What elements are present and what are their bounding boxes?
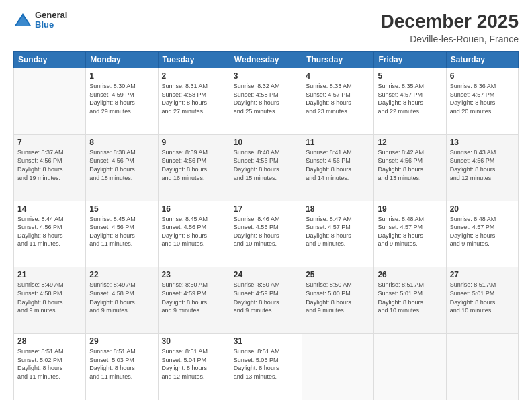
calendar-cell <box>302 334 374 400</box>
day-info: Sunrise: 8:50 AM Sunset: 5:00 PM Dayligh… <box>306 281 370 314</box>
calendar-header-friday: Friday <box>374 52 446 68</box>
day-number: 11 <box>306 138 370 147</box>
day-info: Sunrise: 8:30 AM Sunset: 4:59 PM Dayligh… <box>89 82 154 116</box>
day-info: Sunrise: 8:42 AM Sunset: 4:56 PM Dayligh… <box>378 148 442 182</box>
calendar-cell: 13Sunrise: 8:43 AM Sunset: 4:56 PM Dayli… <box>446 134 518 201</box>
calendar-cell <box>374 334 446 400</box>
calendar-cell: 28Sunrise: 8:51 AM Sunset: 5:02 PM Dayli… <box>14 334 86 400</box>
day-info: Sunrise: 8:44 AM Sunset: 4:56 PM Dayligh… <box>17 215 82 248</box>
calendar-cell: 30Sunrise: 8:51 AM Sunset: 5:04 PM Dayli… <box>158 334 230 400</box>
day-info: Sunrise: 8:36 AM Sunset: 4:57 PM Dayligh… <box>450 82 515 116</box>
day-number: 16 <box>162 204 226 214</box>
calendar-cell: 2Sunrise: 8:31 AM Sunset: 4:58 PM Daylig… <box>158 68 230 135</box>
day-info: Sunrise: 8:45 AM Sunset: 4:56 PM Dayligh… <box>89 215 154 248</box>
calendar-week-row: 21Sunrise: 8:49 AM Sunset: 4:58 PM Dayli… <box>14 267 519 334</box>
day-info: Sunrise: 8:45 AM Sunset: 4:56 PM Dayligh… <box>162 215 226 248</box>
calendar-cell: 7Sunrise: 8:37 AM Sunset: 4:56 PM Daylig… <box>14 134 86 201</box>
day-info: Sunrise: 8:51 AM Sunset: 5:03 PM Dayligh… <box>89 347 154 381</box>
day-info: Sunrise: 8:31 AM Sunset: 4:58 PM Dayligh… <box>162 82 226 116</box>
day-number: 21 <box>17 270 82 279</box>
day-info: Sunrise: 8:39 AM Sunset: 4:56 PM Dayligh… <box>162 148 226 182</box>
calendar-cell: 15Sunrise: 8:45 AM Sunset: 4:56 PM Dayli… <box>86 201 158 267</box>
day-info: Sunrise: 8:48 AM Sunset: 4:57 PM Dayligh… <box>450 215 515 248</box>
day-info: Sunrise: 8:49 AM Sunset: 4:58 PM Dayligh… <box>17 281 82 314</box>
calendar-cell: 14Sunrise: 8:44 AM Sunset: 4:56 PM Dayli… <box>14 201 86 267</box>
day-number: 4 <box>306 71 370 81</box>
calendar-header-thursday: Thursday <box>302 52 374 68</box>
day-number: 8 <box>89 138 154 147</box>
day-info: Sunrise: 8:33 AM Sunset: 4:57 PM Dayligh… <box>306 82 370 116</box>
day-info: Sunrise: 8:35 AM Sunset: 4:57 PM Dayligh… <box>378 82 442 116</box>
day-number: 17 <box>234 204 298 214</box>
calendar-cell: 1Sunrise: 8:30 AM Sunset: 4:59 PM Daylig… <box>86 68 158 135</box>
day-number: 6 <box>450 71 515 81</box>
day-info: Sunrise: 8:41 AM Sunset: 4:56 PM Dayligh… <box>306 148 370 182</box>
calendar-header-wednesday: Wednesday <box>230 52 302 68</box>
calendar-cell: 23Sunrise: 8:50 AM Sunset: 4:59 PM Dayli… <box>158 267 230 334</box>
calendar-cell: 21Sunrise: 8:49 AM Sunset: 4:58 PM Dayli… <box>14 267 86 334</box>
logo-general-text: General <box>35 11 67 20</box>
calendar-cell: 17Sunrise: 8:46 AM Sunset: 4:56 PM Dayli… <box>230 201 302 267</box>
day-info: Sunrise: 8:38 AM Sunset: 4:56 PM Dayligh… <box>89 148 154 182</box>
day-info: Sunrise: 8:51 AM Sunset: 5:05 PM Dayligh… <box>234 347 298 381</box>
day-number: 1 <box>89 71 154 81</box>
calendar-cell: 10Sunrise: 8:40 AM Sunset: 4:56 PM Dayli… <box>230 134 302 201</box>
day-info: Sunrise: 8:50 AM Sunset: 4:59 PM Dayligh… <box>162 281 226 314</box>
calendar-cell: 20Sunrise: 8:48 AM Sunset: 4:57 PM Dayli… <box>446 201 518 267</box>
day-number: 28 <box>17 336 82 346</box>
day-info: Sunrise: 8:32 AM Sunset: 4:58 PM Dayligh… <box>234 82 298 116</box>
logo: General Blue <box>13 11 67 30</box>
day-info: Sunrise: 8:51 AM Sunset: 5:04 PM Dayligh… <box>162 347 226 381</box>
calendar-week-row: 14Sunrise: 8:44 AM Sunset: 4:56 PM Dayli… <box>14 201 519 267</box>
day-number: 22 <box>89 270 154 279</box>
day-info: Sunrise: 8:51 AM Sunset: 5:02 PM Dayligh… <box>17 347 82 381</box>
header: General Blue December 2025 Deville-les-R… <box>13 11 519 44</box>
day-number: 23 <box>162 270 226 279</box>
calendar-cell: 22Sunrise: 8:49 AM Sunset: 4:58 PM Dayli… <box>86 267 158 334</box>
day-info: Sunrise: 8:50 AM Sunset: 4:59 PM Dayligh… <box>234 281 298 314</box>
day-number: 13 <box>450 138 515 147</box>
calendar-cell: 8Sunrise: 8:38 AM Sunset: 4:56 PM Daylig… <box>86 134 158 201</box>
day-number: 25 <box>306 270 370 279</box>
day-info: Sunrise: 8:40 AM Sunset: 4:56 PM Dayligh… <box>234 148 298 182</box>
calendar-cell <box>14 68 86 135</box>
day-number: 26 <box>378 270 442 279</box>
sub-title: Deville-les-Rouen, France <box>381 34 519 44</box>
calendar-cell: 9Sunrise: 8:39 AM Sunset: 4:56 PM Daylig… <box>158 134 230 201</box>
day-number: 9 <box>162 138 226 147</box>
calendar-cell: 12Sunrise: 8:42 AM Sunset: 4:56 PM Dayli… <box>374 134 446 201</box>
calendar-header-monday: Monday <box>86 52 158 68</box>
calendar-cell: 26Sunrise: 8:51 AM Sunset: 5:01 PM Dayli… <box>374 267 446 334</box>
calendar-cell: 11Sunrise: 8:41 AM Sunset: 4:56 PM Dayli… <box>302 134 374 201</box>
day-info: Sunrise: 8:51 AM Sunset: 5:01 PM Dayligh… <box>378 281 442 314</box>
day-info: Sunrise: 8:46 AM Sunset: 4:56 PM Dayligh… <box>234 215 298 248</box>
calendar-cell: 3Sunrise: 8:32 AM Sunset: 4:58 PM Daylig… <box>230 68 302 135</box>
day-number: 2 <box>162 71 226 81</box>
day-number: 7 <box>17 138 82 147</box>
calendar-header-row: SundayMondayTuesdayWednesdayThursdayFrid… <box>14 52 519 68</box>
day-info: Sunrise: 8:37 AM Sunset: 4:56 PM Dayligh… <box>17 148 82 182</box>
calendar-header-tuesday: Tuesday <box>158 52 230 68</box>
calendar-cell: 18Sunrise: 8:47 AM Sunset: 4:57 PM Dayli… <box>302 201 374 267</box>
calendar-table: SundayMondayTuesdayWednesdayThursdayFrid… <box>13 51 519 400</box>
day-info: Sunrise: 8:47 AM Sunset: 4:57 PM Dayligh… <box>306 215 370 248</box>
logo-blue-text: Blue <box>35 20 67 30</box>
day-info: Sunrise: 8:51 AM Sunset: 5:01 PM Dayligh… <box>450 281 515 314</box>
calendar-cell: 29Sunrise: 8:51 AM Sunset: 5:03 PM Dayli… <box>86 334 158 400</box>
calendar-cell: 16Sunrise: 8:45 AM Sunset: 4:56 PM Dayli… <box>158 201 230 267</box>
calendar-cell: 24Sunrise: 8:50 AM Sunset: 4:59 PM Dayli… <box>230 267 302 334</box>
day-number: 31 <box>234 336 298 346</box>
day-info: Sunrise: 8:43 AM Sunset: 4:56 PM Dayligh… <box>450 148 515 182</box>
day-number: 3 <box>234 71 298 81</box>
day-number: 12 <box>378 138 442 147</box>
calendar-cell: 27Sunrise: 8:51 AM Sunset: 5:01 PM Dayli… <box>446 267 518 334</box>
calendar-cell: 6Sunrise: 8:36 AM Sunset: 4:57 PM Daylig… <box>446 68 518 135</box>
day-number: 27 <box>450 270 515 279</box>
day-number: 19 <box>378 204 442 214</box>
calendar-cell: 5Sunrise: 8:35 AM Sunset: 4:57 PM Daylig… <box>374 68 446 135</box>
title-block: December 2025 Deville-les-Rouen, France <box>381 11 519 44</box>
calendar-week-row: 1Sunrise: 8:30 AM Sunset: 4:59 PM Daylig… <box>14 68 519 135</box>
day-number: 30 <box>162 336 226 346</box>
day-info: Sunrise: 8:49 AM Sunset: 4:58 PM Dayligh… <box>89 281 154 314</box>
page: General Blue December 2025 Deville-les-R… <box>0 0 532 411</box>
